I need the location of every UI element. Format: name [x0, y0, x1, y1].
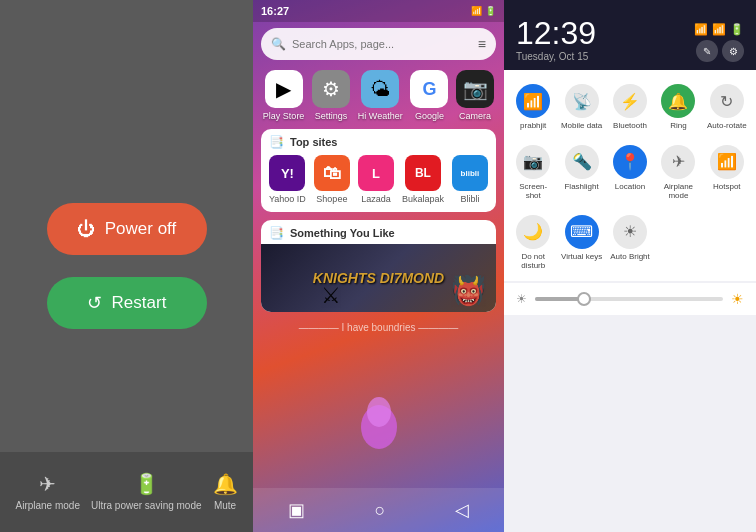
- bottom-shortcuts: ✈ Airplane mode 🔋 Ultra power saving mod…: [0, 452, 253, 532]
- yahoo-icon: Y!: [269, 155, 305, 191]
- search-icon: 🔍: [271, 37, 286, 51]
- airplane-tile-icon: ✈: [661, 145, 695, 179]
- quick-settings-panel: 12:39 Tuesday, Oct 15 📶 📶 🔋 ✎ ⚙ 📶 prabhj…: [504, 0, 756, 532]
- battery-status-icon: 🔋: [485, 6, 496, 16]
- status-time: 16:27: [261, 5, 289, 17]
- signal-icon: 📶: [471, 6, 482, 16]
- status-icons: 📶 🔋: [471, 6, 496, 16]
- search-input[interactable]: [292, 38, 472, 50]
- site-bukalapak[interactable]: BL Bukalapak: [402, 155, 444, 204]
- app-grid: ▶ Play Store ⚙ Settings 🌤 Hi Weather G G…: [253, 66, 504, 125]
- tile-virtual-keys[interactable]: ⌨ Virtual keys: [558, 209, 604, 277]
- tile-empty-2: [704, 209, 750, 277]
- app-settings[interactable]: ⚙ Settings: [312, 70, 350, 121]
- mute-shortcut[interactable]: 🔔 Mute: [213, 472, 238, 512]
- playstore-icon: ▶: [265, 70, 303, 108]
- back-icon[interactable]: ◁: [455, 499, 469, 521]
- power-icon: ⏻: [77, 219, 95, 240]
- brightness-control: ☀ ☀: [504, 283, 756, 315]
- empty-tile-1: [661, 215, 695, 249]
- tile-auto-rotate[interactable]: ↻ Auto-rotate: [704, 78, 750, 137]
- battery-icon: 🔋: [134, 472, 159, 496]
- airplane-mode-shortcut[interactable]: ✈ Airplane mode: [15, 472, 79, 512]
- hotspot-tile-icon: 📶: [710, 145, 744, 179]
- search-bar[interactable]: 🔍 ≡: [261, 28, 496, 60]
- app-camera[interactable]: 📷 Camera: [456, 70, 494, 121]
- ring-tile-icon: 🔔: [661, 84, 695, 118]
- something-header: 📑 Something You Like: [261, 220, 496, 244]
- app-weather[interactable]: 🌤 Hi Weather: [358, 70, 403, 121]
- site-shopee[interactable]: 🛍 Shopee: [314, 155, 350, 204]
- site-lazada[interactable]: L Lazada: [358, 155, 394, 204]
- tile-hotspot[interactable]: 📶 Hotspot: [704, 139, 750, 207]
- lazada-icon: L: [358, 155, 394, 191]
- wifi-status-icon: 📶: [694, 23, 708, 36]
- tile-screenshot[interactable]: 📷 Screen-shot: [510, 139, 556, 207]
- power-off-button[interactable]: ⏻ Power off: [47, 203, 207, 255]
- app-google[interactable]: G Google: [410, 70, 448, 121]
- restart-icon: ↺: [87, 292, 102, 314]
- flashlight-tile-icon: 🔦: [565, 145, 599, 179]
- location-tile-icon: 📍: [613, 145, 647, 179]
- boundary-text: ———— I have boundries ————: [253, 316, 504, 339]
- top-sites-header: 📑 Top sites: [261, 129, 496, 153]
- ultra-power-shortcut[interactable]: 🔋 Ultra power saving mode: [91, 472, 202, 512]
- something-icon: 📑: [269, 226, 284, 240]
- tile-airplane[interactable]: ✈ Airplane mode: [655, 139, 701, 207]
- qs-settings-button[interactable]: ⚙: [722, 40, 744, 62]
- app-playstore[interactable]: ▶ Play Store: [263, 70, 305, 121]
- qs-time-date: 12:39 Tuesday, Oct 15: [516, 17, 596, 62]
- mobile-data-tile-icon: 📡: [565, 84, 599, 118]
- qs-tiles-grid: 📶 prabhjit 📡 Mobile data ⚡ Bluetooth 🔔 R…: [504, 70, 756, 281]
- qs-header: 12:39 Tuesday, Oct 15 📶 📶 🔋 ✎ ⚙: [504, 0, 756, 70]
- brightness-high-icon: ☀: [731, 291, 744, 307]
- tile-auto-bright[interactable]: ☀ Auto Bright: [607, 209, 653, 277]
- bukalapak-icon: BL: [405, 155, 441, 191]
- qs-date: Tuesday, Oct 15: [516, 51, 596, 62]
- recent-apps-icon[interactable]: ▣: [288, 499, 305, 521]
- auto-rotate-tile-icon: ↻: [710, 84, 744, 118]
- home-panel: 16:27 📶 🔋 🔍 ≡ ▶ Play Store ⚙ Settings 🌤 …: [253, 0, 504, 532]
- tile-bluetooth[interactable]: ⚡ Bluetooth: [607, 78, 653, 137]
- settings-icon: ⚙: [312, 70, 350, 108]
- tile-mobile-data[interactable]: 📡 Mobile data: [558, 78, 604, 137]
- qs-edit-button[interactable]: ✎: [696, 40, 718, 62]
- qs-control-icons: ✎ ⚙: [696, 40, 744, 62]
- screenshot-tile-icon: 📷: [516, 145, 550, 179]
- virtual-keys-tile-icon: ⌨: [565, 215, 599, 249]
- weather-icon: 🌤: [361, 70, 399, 108]
- home-blob: [354, 392, 404, 452]
- restart-label: Restart: [112, 293, 167, 313]
- mute-icon: 🔔: [213, 472, 238, 496]
- signal-bars-icon: 📶: [712, 23, 726, 36]
- tile-wifi[interactable]: 📶 prabhjit: [510, 78, 556, 137]
- tile-location[interactable]: 📍 Location: [607, 139, 653, 207]
- tile-dnd[interactable]: 🌙 Do not disturb: [510, 209, 556, 277]
- shopee-icon: 🛍: [314, 155, 350, 191]
- qs-status-icons: 📶 📶 🔋: [694, 23, 744, 36]
- tile-ring[interactable]: 🔔 Ring: [655, 78, 701, 137]
- tile-empty-1: [655, 209, 701, 277]
- brightness-handle[interactable]: [577, 292, 591, 306]
- brightness-low-icon: ☀: [516, 292, 527, 306]
- menu-icon[interactable]: ≡: [478, 36, 486, 52]
- tile-flashlight[interactable]: 🔦 Flashlight: [558, 139, 604, 207]
- game-preview[interactable]: KNIGHTS DI7MOND 👹 ⚔: [261, 244, 496, 312]
- topsites-icon: 📑: [269, 135, 284, 149]
- blibli-icon: blibli: [452, 155, 488, 191]
- camera-icon: 📷: [456, 70, 494, 108]
- site-yahoo[interactable]: Y! Yahoo ID: [269, 155, 306, 204]
- home-nav-bar: ▣ ○ ◁: [253, 488, 504, 532]
- empty-tile-2: [710, 215, 744, 249]
- svg-point-1: [367, 397, 391, 427]
- google-icon: G: [410, 70, 448, 108]
- home-icon[interactable]: ○: [375, 500, 386, 521]
- power-menu-panel: ⏻ Power off ↺ Restart ✈ Airplane mode 🔋 …: [0, 0, 253, 532]
- status-bar: 16:27 📶 🔋: [253, 0, 504, 22]
- auto-bright-tile-icon: ☀: [613, 215, 647, 249]
- brightness-slider[interactable]: [535, 297, 723, 301]
- dnd-tile-icon: 🌙: [516, 215, 550, 249]
- site-blibli[interactable]: blibli Blibli: [452, 155, 488, 204]
- restart-button[interactable]: ↺ Restart: [47, 277, 207, 329]
- something-you-like-card: 📑 Something You Like KNIGHTS DI7MOND 👹 ⚔: [261, 220, 496, 312]
